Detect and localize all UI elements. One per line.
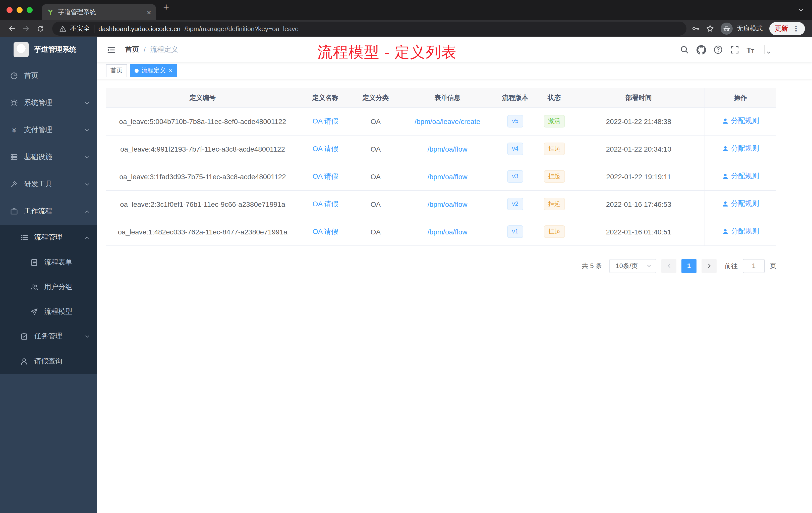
chevron-down-icon [84, 127, 90, 133]
person-icon [722, 146, 729, 152]
sidebar-item-label: 工作流程 [24, 207, 78, 216]
assign-rule-link[interactable]: 分配规则 [722, 144, 759, 153]
form-link[interactable]: /bpm/oa/flow [428, 200, 467, 208]
definition-table: 定义编号 定义名称 定义分类 表单信息 流程版本 状态 部署时间 操作 oa_l [106, 88, 776, 246]
goto-page-input[interactable] [743, 259, 765, 273]
sidebar-item-infrastructure[interactable]: 基础设施 [0, 144, 97, 171]
tags-view-bar: 首页 流程定义 × [97, 62, 812, 79]
sidebar-item-user-group[interactable]: 用户分组 [0, 275, 97, 299]
deploy-time: 2022-01-22 19:19:11 [573, 163, 704, 190]
back-button[interactable] [5, 22, 19, 36]
url-host: dashboard.yudao.iocoder.cn [98, 25, 180, 32]
table-row: oa_leave:5:004b710b-7b8a-11ec-8ef0-acde4… [106, 108, 776, 135]
sidebar-item-system-management[interactable]: 系统管理 [0, 89, 97, 117]
sidebar-item-leave-query[interactable]: 请假查询 [0, 349, 97, 374]
definition-category: OA [351, 135, 400, 163]
user-avatar[interactable] [764, 45, 765, 54]
sidebar-toggle-button[interactable] [105, 43, 117, 56]
update-button[interactable]: 更新 ⋮ [769, 22, 805, 35]
tab-search-caret-icon[interactable] [798, 7, 804, 13]
sidebar-item-process-management[interactable]: 流程管理 [0, 225, 97, 250]
table-row: oa_leave:3:1fad3d93-7b75-11ec-a3c8-acde4… [106, 163, 776, 190]
tools-icon [10, 180, 18, 188]
active-dot [135, 68, 139, 72]
fullscreen-icon[interactable] [730, 45, 739, 54]
total-count: 共 5 条 [582, 261, 602, 270]
more-menu-icon[interactable]: ⋮ [792, 25, 800, 32]
address-bar[interactable]: 不安全 dashboard.yudao.iocoder.cn /bpm/mana… [52, 22, 687, 36]
search-icon[interactable] [680, 45, 689, 54]
tag-process-definition[interactable]: 流程定义 × [130, 64, 177, 77]
definition-name-link[interactable]: OA 请假 [313, 172, 339, 180]
close-window-button[interactable] [6, 7, 12, 13]
version-badge: v1 [507, 225, 523, 238]
reload-button[interactable] [33, 22, 47, 36]
sidebar-item-home[interactable]: 首页 [0, 62, 97, 89]
assign-rule-link[interactable]: 分配规则 [722, 200, 759, 209]
tag-close-icon[interactable]: × [169, 67, 173, 74]
browser-tabstrip: 芋道管理系统 × + [0, 0, 812, 20]
assign-rule-link[interactable]: 分配规则 [722, 227, 759, 236]
bookmark-star-icon[interactable] [706, 25, 714, 33]
sidebar-item-process-model[interactable]: 流程模型 [0, 299, 97, 324]
deploy-time: 2022-01-16 01:40:51 [573, 218, 704, 245]
current-page-button[interactable]: 1 [682, 259, 696, 273]
version-badge: v3 [507, 170, 523, 183]
tag-home[interactable]: 首页 [106, 64, 127, 77]
form-link[interactable]: /bpm/oa/flow [428, 228, 467, 236]
server-icon [10, 153, 18, 161]
next-page-button[interactable] [701, 259, 717, 273]
chevron-down-icon [84, 100, 90, 105]
sidebar-item-label: 流程表单 [44, 258, 90, 267]
browser-tab[interactable]: 芋道管理系统 × [42, 4, 156, 20]
form-link[interactable]: /bpm/oa/flow [428, 173, 467, 180]
assign-rule-link[interactable]: 分配规则 [722, 172, 759, 181]
version-badge: v2 [507, 198, 523, 210]
sidebar-item-process-form[interactable]: 流程表单 [0, 250, 97, 275]
deploy-time: 2022-01-16 17:46:53 [573, 190, 704, 218]
key-icon[interactable] [692, 25, 699, 33]
definition-category: OA [351, 163, 400, 190]
column-header: 状态 [535, 88, 573, 108]
definition-name-link[interactable]: OA 请假 [313, 227, 339, 235]
forward-button[interactable] [19, 22, 33, 36]
chevron-up-icon [84, 209, 90, 214]
workflow-submenu: 流程管理 流程表单 用户分组 流程模型 任务管理 [0, 225, 97, 374]
github-icon[interactable] [696, 45, 706, 55]
sidebar-item-workflow[interactable]: 工作流程 [0, 198, 97, 225]
zoom-window-button[interactable] [27, 7, 33, 13]
logo-avatar [13, 42, 29, 57]
definition-name-link[interactable]: OA 请假 [313, 200, 339, 208]
minimize-window-button[interactable] [17, 7, 23, 13]
chevron-down-icon [84, 181, 90, 187]
column-header: 部署时间 [573, 88, 704, 108]
address-separator [94, 25, 94, 33]
incognito-indicator: 无痕模式 [721, 23, 763, 35]
briefcase-icon [10, 207, 18, 215]
warning-icon [59, 25, 66, 32]
definition-name-link[interactable]: OA 请假 [313, 144, 339, 152]
chevron-down-icon [84, 154, 90, 160]
gear-icon [10, 99, 18, 107]
sidebar-item-dev-tools[interactable]: 研发工具 [0, 171, 97, 198]
prev-page-button[interactable] [661, 259, 676, 273]
tab-close-icon[interactable]: × [147, 8, 151, 16]
definition-name-link[interactable]: OA 请假 [313, 117, 339, 125]
help-icon[interactable] [713, 45, 722, 54]
sidebar-item-payment-management[interactable]: ¥ 支付管理 [0, 117, 97, 144]
form-link[interactable]: /bpm/oa/leave/create [414, 117, 480, 125]
sidebar-logo[interactable]: 芋道管理系统 [0, 37, 97, 62]
person-icon [722, 118, 729, 124]
column-header: 表单信息 [400, 88, 495, 108]
assign-rule-link[interactable]: 分配规则 [722, 117, 759, 126]
sidebar-item-task-management[interactable]: 任务管理 [0, 324, 97, 349]
definition-id: oa_leave:3:1fad3d93-7b75-11ec-a3c8-acde4… [106, 163, 299, 190]
font-size-icon[interactable]: TT [747, 46, 754, 54]
deploy-time: 2022-01-22 20:34:10 [573, 135, 704, 163]
sidebar-item-label: 任务管理 [34, 332, 78, 341]
breadcrumb-home[interactable]: 首页 [125, 45, 139, 54]
form-link[interactable]: /bpm/oa/flow [428, 145, 467, 153]
page-size-select[interactable]: 10条/页 [609, 259, 656, 273]
column-header: 流程版本 [495, 88, 535, 108]
new-tab-button[interactable]: + [163, 2, 169, 12]
